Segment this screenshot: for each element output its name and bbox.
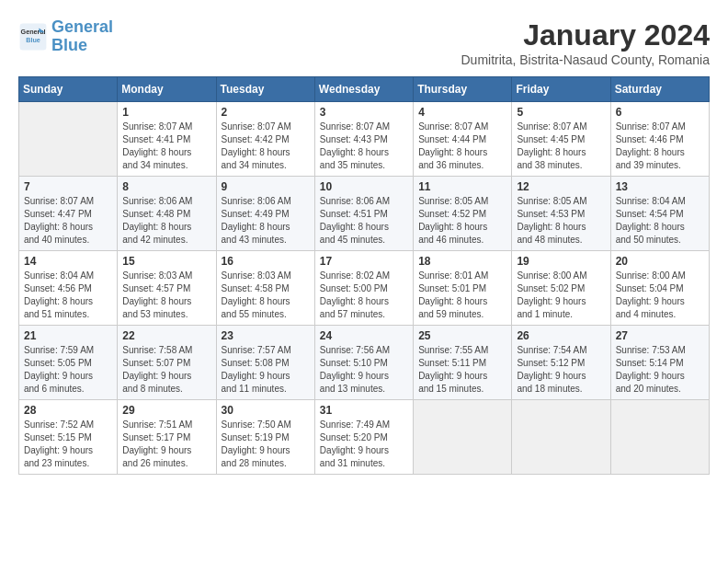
day-number: 17 [320,255,408,268]
day-info: Sunrise: 8:07 AMSunset: 4:45 PMDaylight:… [517,121,605,172]
day-info: Sunrise: 7:52 AMSunset: 5:15 PMDaylight:… [24,419,112,470]
day-info: Sunrise: 7:49 AMSunset: 5:20 PMDaylight:… [320,419,408,470]
day-number: 18 [418,255,506,268]
calendar-cell: 1Sunrise: 8:07 AMSunset: 4:41 PMDaylight… [118,102,216,177]
calendar-cell: 2Sunrise: 8:07 AMSunset: 4:42 PMDaylight… [216,102,314,177]
day-info: Sunrise: 7:56 AMSunset: 5:10 PMDaylight:… [320,344,408,396]
logo-icon: General Blue [18,22,48,52]
day-info: Sunrise: 8:06 AMSunset: 4:49 PMDaylight:… [222,195,310,247]
logo: General Blue GeneralBlue [18,18,113,55]
column-header-monday: Monday [118,77,216,102]
day-info: Sunrise: 8:07 AMSunset: 4:47 PMDaylight:… [24,195,112,247]
day-number: 5 [517,106,605,119]
calendar-week-5: 28Sunrise: 7:52 AMSunset: 5:15 PMDayligh… [19,400,710,475]
day-number: 13 [616,180,704,193]
calendar-cell: 15Sunrise: 8:03 AMSunset: 4:57 PMDayligh… [118,251,216,326]
day-info: Sunrise: 7:59 AMSunset: 5:05 PMDaylight:… [24,344,112,396]
day-info: Sunrise: 8:07 AMSunset: 4:44 PMDaylight:… [418,121,506,172]
calendar-cell: 5Sunrise: 8:07 AMSunset: 4:45 PMDaylight… [512,102,610,177]
calendar-cell [512,400,610,475]
day-info: Sunrise: 8:02 AMSunset: 5:00 PMDaylight:… [320,270,408,321]
column-header-saturday: Saturday [610,77,709,102]
calendar-cell: 14Sunrise: 8:04 AMSunset: 4:56 PMDayligh… [19,251,118,326]
day-number: 26 [517,329,605,342]
day-number: 28 [24,404,112,417]
calendar-cell: 31Sunrise: 7:49 AMSunset: 5:20 PMDayligh… [314,400,413,475]
calendar-cell: 26Sunrise: 7:54 AMSunset: 5:12 PMDayligh… [512,326,610,400]
day-info: Sunrise: 7:58 AMSunset: 5:07 PMDaylight:… [122,344,210,396]
day-number: 14 [24,255,112,268]
calendar-cell: 9Sunrise: 8:06 AMSunset: 4:49 PMDaylight… [216,177,314,251]
calendar-week-4: 21Sunrise: 7:59 AMSunset: 5:05 PMDayligh… [19,326,710,400]
header-row: SundayMondayTuesdayWednesdayThursdayFrid… [19,77,710,102]
calendar-cell: 23Sunrise: 7:57 AMSunset: 5:08 PMDayligh… [216,326,314,400]
calendar-cell: 11Sunrise: 8:05 AMSunset: 4:52 PMDayligh… [414,177,512,251]
day-info: Sunrise: 7:55 AMSunset: 5:11 PMDaylight:… [418,344,506,396]
calendar-cell: 6Sunrise: 8:07 AMSunset: 4:46 PMDaylight… [610,102,709,177]
calendar-cell: 21Sunrise: 7:59 AMSunset: 5:05 PMDayligh… [19,326,118,400]
day-info: Sunrise: 8:04 AMSunset: 4:54 PMDaylight:… [616,195,704,247]
day-number: 22 [122,329,210,342]
calendar-cell: 18Sunrise: 8:01 AMSunset: 5:01 PMDayligh… [414,251,512,326]
calendar-cell: 4Sunrise: 8:07 AMSunset: 4:44 PMDaylight… [414,102,512,177]
main-title: January 2024 [461,18,710,52]
day-info: Sunrise: 8:06 AMSunset: 4:51 PMDaylight:… [320,195,408,247]
calendar-cell: 16Sunrise: 8:03 AMSunset: 4:58 PMDayligh… [216,251,314,326]
day-number: 2 [222,106,310,119]
day-number: 4 [418,106,506,119]
column-header-thursday: Thursday [414,77,512,102]
day-info: Sunrise: 8:03 AMSunset: 4:58 PMDaylight:… [222,270,310,321]
day-number: 24 [320,329,408,342]
calendar-cell: 13Sunrise: 8:04 AMSunset: 4:54 PMDayligh… [610,177,709,251]
day-number: 9 [222,180,310,193]
calendar-cell: 25Sunrise: 7:55 AMSunset: 5:11 PMDayligh… [414,326,512,400]
calendar-cell: 20Sunrise: 8:00 AMSunset: 5:04 PMDayligh… [610,251,709,326]
column-header-tuesday: Tuesday [216,77,314,102]
day-number: 20 [616,255,704,268]
column-header-sunday: Sunday [19,77,118,102]
day-number: 1 [122,106,210,119]
day-number: 15 [122,255,210,268]
day-number: 6 [616,106,704,119]
day-info: Sunrise: 8:07 AMSunset: 4:41 PMDaylight:… [122,121,210,172]
day-info: Sunrise: 8:07 AMSunset: 4:46 PMDaylight:… [616,121,704,172]
day-info: Sunrise: 7:50 AMSunset: 5:19 PMDaylight:… [222,419,310,470]
calendar-table: SundayMondayTuesdayWednesdayThursdayFrid… [18,76,710,475]
calendar-week-2: 7Sunrise: 8:07 AMSunset: 4:47 PMDaylight… [19,177,710,251]
title-section: January 2024 Dumitrita, Bistrita-Nasaud … [461,18,710,67]
logo-text: GeneralBlue [51,18,113,55]
day-info: Sunrise: 8:07 AMSunset: 4:42 PMDaylight:… [222,121,310,172]
day-number: 25 [418,329,506,342]
calendar-week-1: 1Sunrise: 8:07 AMSunset: 4:41 PMDaylight… [19,102,710,177]
calendar-cell: 30Sunrise: 7:50 AMSunset: 5:19 PMDayligh… [216,400,314,475]
svg-text:Blue: Blue [26,35,40,43]
calendar-cell: 3Sunrise: 8:07 AMSunset: 4:43 PMDaylight… [314,102,413,177]
day-number: 19 [517,255,605,268]
calendar-cell: 22Sunrise: 7:58 AMSunset: 5:07 PMDayligh… [118,326,216,400]
day-info: Sunrise: 8:06 AMSunset: 4:48 PMDaylight:… [122,195,210,247]
day-number: 16 [222,255,310,268]
day-number: 10 [320,180,408,193]
calendar-cell: 8Sunrise: 8:06 AMSunset: 4:48 PMDaylight… [118,177,216,251]
calendar-cell: 19Sunrise: 8:00 AMSunset: 5:02 PMDayligh… [512,251,610,326]
day-info: Sunrise: 8:00 AMSunset: 5:02 PMDaylight:… [517,270,605,321]
day-info: Sunrise: 8:07 AMSunset: 4:43 PMDaylight:… [320,121,408,172]
calendar-cell: 28Sunrise: 7:52 AMSunset: 5:15 PMDayligh… [19,400,118,475]
day-info: Sunrise: 8:05 AMSunset: 4:52 PMDaylight:… [418,195,506,247]
calendar-cell: 24Sunrise: 7:56 AMSunset: 5:10 PMDayligh… [314,326,413,400]
day-number: 21 [24,329,112,342]
header: General Blue GeneralBlue January 2024 Du… [18,18,710,67]
day-info: Sunrise: 8:03 AMSunset: 4:57 PMDaylight:… [122,270,210,321]
calendar-cell: 12Sunrise: 8:05 AMSunset: 4:53 PMDayligh… [512,177,610,251]
calendar-cell: 17Sunrise: 8:02 AMSunset: 5:00 PMDayligh… [314,251,413,326]
column-header-friday: Friday [512,77,610,102]
day-number: 12 [517,180,605,193]
calendar-cell: 10Sunrise: 8:06 AMSunset: 4:51 PMDayligh… [314,177,413,251]
subtitle: Dumitrita, Bistrita-Nasaud County, Roman… [461,52,710,67]
day-number: 30 [222,404,310,417]
calendar-cell [610,400,709,475]
calendar-week-3: 14Sunrise: 8:04 AMSunset: 4:56 PMDayligh… [19,251,710,326]
column-header-wednesday: Wednesday [314,77,413,102]
day-info: Sunrise: 8:00 AMSunset: 5:04 PMDaylight:… [616,270,704,321]
day-info: Sunrise: 7:57 AMSunset: 5:08 PMDaylight:… [222,344,310,396]
